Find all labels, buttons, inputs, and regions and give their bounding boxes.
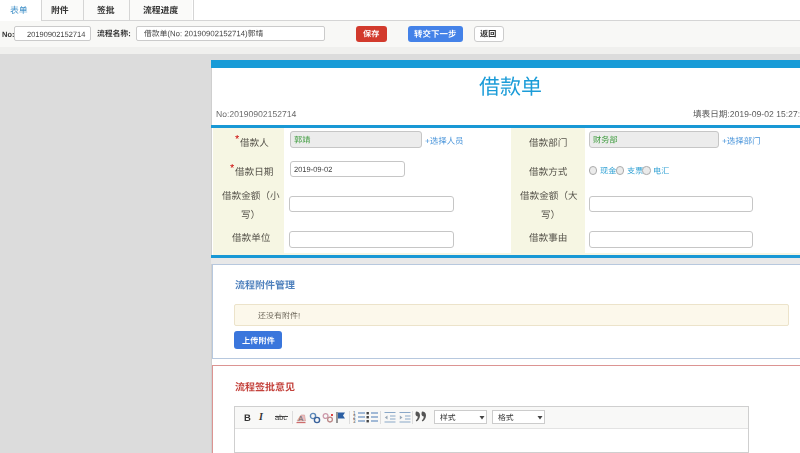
svg-text:A: A <box>298 414 303 423</box>
svg-text:3: 3 <box>353 419 356 423</box>
